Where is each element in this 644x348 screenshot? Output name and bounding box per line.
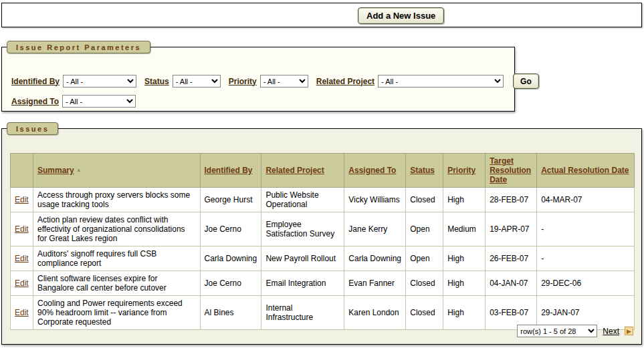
cell-identified-by: George Hurst bbox=[200, 188, 261, 212]
cell-assigned-to: Vicky Williams bbox=[344, 188, 406, 212]
go-button[interactable]: Go bbox=[513, 73, 539, 89]
cell-summary: Action plan review dates conflict with e… bbox=[33, 212, 200, 246]
cell-status: Closed bbox=[406, 271, 443, 296]
identified-by-group: Identified By - All - bbox=[11, 75, 136, 88]
pagination: row(s) 1 - 5 of 28 Next ▶ bbox=[517, 325, 633, 337]
parameters-row-2: Assigned To - All - bbox=[11, 95, 514, 108]
cell-target-resolution-date: 04-JAN-07 bbox=[486, 271, 537, 296]
cell-related-project: Email Integration bbox=[261, 271, 344, 296]
cell-assigned-to: Carla Downing bbox=[344, 246, 406, 271]
edit-link[interactable]: Edit bbox=[15, 254, 29, 263]
issues-region: Issues Summary▲ Identified By Relat bbox=[1, 128, 642, 345]
cell-related-project: New Payroll Rollout bbox=[261, 246, 344, 271]
column-header-priority: Priority bbox=[443, 154, 486, 188]
status-label[interactable]: Status bbox=[144, 77, 169, 86]
column-header-actual-resolution-date: Actual Resolution Date bbox=[537, 154, 635, 188]
cell-assigned-to: Evan Fanner bbox=[344, 271, 406, 296]
column-header-status: Status bbox=[406, 154, 443, 188]
priority-label[interactable]: Priority bbox=[229, 77, 257, 86]
edit-link[interactable]: Edit bbox=[15, 308, 29, 317]
assigned-to-group: Assigned To - All - bbox=[11, 95, 136, 108]
column-header-identified-by: Identified By bbox=[200, 154, 261, 188]
issue-tracker-page: Add a New Issue Issue Report Parameters … bbox=[0, 0, 644, 348]
cell-identified-by: Al Bines bbox=[200, 296, 261, 330]
table-row: Edit Auditors' signoff requires full CSB… bbox=[11, 246, 635, 271]
summary-sort-link[interactable]: Summary bbox=[37, 166, 74, 175]
status-select[interactable]: - All - bbox=[173, 75, 221, 88]
cell-actual-resolution-date: - bbox=[537, 212, 635, 246]
related-project-sort-link[interactable]: Related Project bbox=[265, 166, 324, 175]
assigned-to-label[interactable]: Assigned To bbox=[11, 97, 59, 106]
issues-region-title: Issues bbox=[7, 122, 58, 135]
next-page-link[interactable]: Next bbox=[603, 327, 619, 336]
cell-related-project: Public Website Operational bbox=[261, 188, 344, 212]
related-project-group: Related Project - All - bbox=[316, 75, 504, 88]
issue-report-parameters-title: Issue Report Parameters bbox=[7, 41, 150, 53]
table-row: Edit Client software licenses expire for… bbox=[11, 271, 635, 296]
priority-sort-link[interactable]: Priority bbox=[447, 166, 475, 175]
cell-status: Closed bbox=[406, 188, 443, 212]
priority-select[interactable]: - All - bbox=[260, 75, 308, 88]
top-bar: Add a New Issue bbox=[1, 3, 642, 27]
identified-by-sort-link[interactable]: Identified By bbox=[205, 166, 253, 175]
parameters-row-1: Identified By - All - Status - All - Pri… bbox=[11, 73, 514, 89]
cell-identified-by: Joe Cerno bbox=[200, 271, 261, 296]
table-header-row: Summary▲ Identified By Related Project A… bbox=[11, 154, 635, 188]
cell-related-project: Employee Satisfaction Survey bbox=[261, 212, 344, 246]
column-header-related-project: Related Project bbox=[261, 154, 344, 188]
cell-related-project: Internal Infrastructure bbox=[261, 296, 344, 330]
cell-target-resolution-date: 19-APR-07 bbox=[486, 212, 537, 246]
cell-status: Closed bbox=[406, 296, 443, 330]
cell-priority: High bbox=[443, 271, 486, 296]
related-project-label[interactable]: Related Project bbox=[316, 77, 374, 86]
sort-ascending-icon: ▲ bbox=[76, 167, 82, 173]
cell-target-resolution-date: 26-FEB-07 bbox=[486, 246, 537, 271]
assigned-to-select[interactable]: - All - bbox=[62, 95, 136, 108]
actual-resolution-date-sort-link[interactable]: Actual Resolution Date bbox=[541, 166, 629, 175]
cell-priority: High bbox=[443, 296, 486, 330]
column-header-summary: Summary▲ bbox=[33, 154, 200, 188]
cell-identified-by: Joe Cerno bbox=[200, 212, 261, 246]
target-resolution-date-sort-link[interactable]: Target Resolution Date bbox=[490, 156, 531, 184]
cell-summary: Cooling and Power requirements exceed 90… bbox=[33, 296, 200, 330]
next-page-arrow-icon[interactable]: ▶ bbox=[625, 327, 633, 335]
column-header-target-resolution-date: Target Resolution Date bbox=[486, 154, 537, 188]
cell-target-resolution-date: 28-FEB-07 bbox=[486, 188, 537, 212]
priority-group: Priority - All - bbox=[229, 75, 308, 88]
table-row: Edit Action plan review dates conflict w… bbox=[11, 212, 635, 246]
column-header-assigned-to: Assigned To bbox=[344, 154, 406, 188]
cell-actual-resolution-date: 29-DEC-06 bbox=[537, 271, 635, 296]
cell-actual-resolution-date: 04-MAR-07 bbox=[537, 188, 635, 212]
edit-link[interactable]: Edit bbox=[15, 224, 29, 234]
cell-actual-resolution-date: - bbox=[537, 246, 635, 271]
related-project-select[interactable]: - All - bbox=[378, 75, 504, 88]
cell-identified-by: Carla Downing bbox=[200, 246, 261, 271]
issues-table: Summary▲ Identified By Related Project A… bbox=[10, 153, 635, 330]
edit-link[interactable]: Edit bbox=[15, 195, 29, 204]
edit-column-header bbox=[11, 154, 33, 188]
status-sort-link[interactable]: Status bbox=[410, 166, 435, 175]
cell-assigned-to: Jane Kerry bbox=[344, 212, 406, 246]
cell-summary: Client software licenses expire for Bang… bbox=[33, 271, 200, 296]
cell-priority: Medium bbox=[443, 212, 486, 246]
assigned-to-sort-link[interactable]: Assigned To bbox=[348, 166, 396, 175]
cell-status: Open bbox=[406, 246, 443, 271]
cell-assigned-to: Karen London bbox=[344, 296, 406, 330]
identified-by-select[interactable]: - All - bbox=[63, 75, 136, 88]
edit-link[interactable]: Edit bbox=[15, 279, 29, 288]
issue-report-parameters-region: Issue Report Parameters Identified By - … bbox=[1, 47, 515, 112]
cell-priority: High bbox=[443, 188, 486, 212]
cell-summary: Auditors' signoff requires full CSB comp… bbox=[33, 246, 200, 271]
add-new-issue-button[interactable]: Add a New Issue bbox=[358, 7, 444, 24]
status-group: Status - All - bbox=[144, 75, 221, 88]
row-range-select[interactable]: row(s) 1 - 5 of 28 bbox=[517, 325, 597, 337]
cell-priority: High bbox=[443, 246, 486, 271]
identified-by-label[interactable]: Identified By bbox=[11, 77, 60, 86]
cell-status: Open bbox=[406, 212, 443, 246]
cell-summary: Access through proxy servers blocks some… bbox=[33, 188, 200, 212]
table-row: Edit Access through proxy servers blocks… bbox=[11, 188, 635, 212]
